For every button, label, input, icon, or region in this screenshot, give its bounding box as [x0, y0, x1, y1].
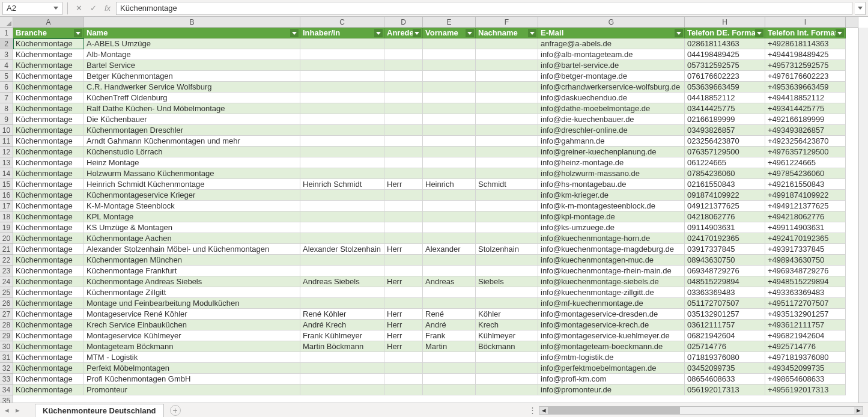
- name-box[interactable]: A2: [2, 2, 62, 15]
- formula-value: Küchenmontage: [120, 4, 177, 13]
- name-box-value: A2: [7, 4, 53, 13]
- check-icon[interactable]: ✓: [87, 2, 99, 14]
- cancel-icon[interactable]: ✕: [73, 2, 85, 14]
- separator: [67, 2, 68, 14]
- expand-formula-icon[interactable]: [855, 2, 866, 15]
- formula-bar: A2 ✕ ✓ fx Küchenmontage: [0, 0, 868, 17]
- fx-icon[interactable]: fx: [102, 2, 114, 14]
- chevron-down-icon: [858, 7, 863, 10]
- formula-input[interactable]: Küchenmontage: [116, 2, 852, 15]
- chevron-down-icon[interactable]: [53, 7, 58, 10]
